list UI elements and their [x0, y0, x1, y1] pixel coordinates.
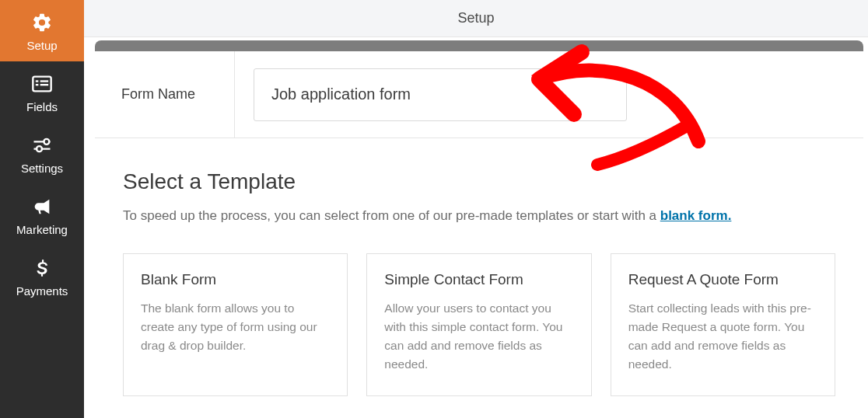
panel-top-edge [95, 40, 863, 51]
svg-rect-4 [40, 84, 48, 85]
content-panel: Form Name Select a Template To speed up … [95, 51, 863, 396]
template-card-blank-form[interactable]: Blank Form The blank form allows you to … [123, 253, 348, 396]
sidebar-item-settings[interactable]: Settings [0, 123, 84, 184]
template-card-simple-contact-form[interactable]: Simple Contact Form Allow your users to … [366, 253, 591, 396]
sidebar-item-label: Settings [21, 162, 63, 175]
form-name-row: Form Name [95, 51, 863, 138]
list-icon [30, 72, 54, 96]
svg-rect-1 [36, 80, 39, 82]
template-heading: Select a Template [123, 169, 835, 194]
sidebar-item-fields[interactable]: Fields [0, 61, 84, 123]
sidebar-item-setup[interactable]: Setup [0, 0, 84, 61]
form-name-label: Form Name [95, 51, 235, 138]
template-card-desc: The blank form allows you to create any … [141, 299, 330, 355]
template-card-title: Blank Form [141, 271, 330, 288]
template-grid: Blank Form The blank form allows you to … [123, 253, 835, 396]
form-name-input[interactable] [254, 68, 627, 121]
main-area: Setup Form Name Select a Template To spe… [84, 0, 868, 418]
form-name-label-text: Form Name [121, 86, 195, 103]
template-card-request-a-quote-form[interactable]: Request A Quote Form Start collecting le… [611, 253, 835, 396]
template-desc-text: To speed up the process, you can select … [123, 208, 660, 223]
template-card-desc: Allow your users to contact you with thi… [384, 299, 573, 374]
blank-form-link[interactable]: blank form. [660, 208, 732, 223]
sidebar-item-label: Setup [26, 39, 57, 52]
sidebar-item-label: Fields [26, 100, 58, 113]
svg-point-6 [37, 146, 42, 152]
sidebar-item-marketing[interactable]: Marketing [0, 184, 84, 246]
form-name-input-cell [235, 68, 863, 121]
template-card-title: Simple Contact Form [384, 271, 573, 288]
page-title: Setup [457, 10, 494, 26]
template-description: To speed up the process, you can select … [123, 208, 835, 224]
sidebar-item-label: Payments [16, 284, 68, 298]
sidebar-nav: Setup Fields Settings Marketing Payments [0, 0, 84, 418]
sidebar-item-payments[interactable]: Payments [0, 246, 84, 307]
gear-icon [30, 11, 54, 34]
svg-rect-2 [40, 80, 48, 82]
page-header: Setup [84, 0, 868, 37]
template-card-title: Request A Quote Form [628, 271, 817, 288]
dollar-icon [30, 256, 54, 280]
svg-point-5 [44, 139, 49, 145]
sliders-icon [30, 134, 54, 157]
svg-rect-3 [36, 84, 39, 85]
bullhorn-icon [30, 195, 54, 218]
sidebar-item-label: Marketing [16, 223, 68, 236]
template-section: Select a Template To speed up the proces… [95, 138, 863, 396]
template-card-desc: Start collecting leads with this pre-mad… [628, 299, 817, 374]
